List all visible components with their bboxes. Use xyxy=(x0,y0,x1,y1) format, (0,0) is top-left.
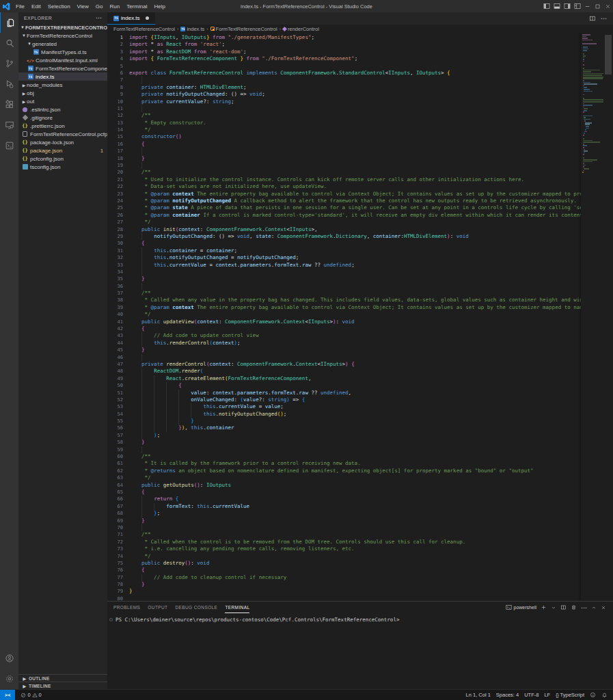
code-line[interactable]: 1import {IInputs, IOutputs} from "./gene… xyxy=(107,34,581,41)
editor-scrollbar[interactable] xyxy=(603,33,613,601)
code-line[interactable]: 80 xyxy=(107,595,581,601)
code-line[interactable]: 46 xyxy=(107,354,581,361)
remote-explorer-icon[interactable] xyxy=(0,115,18,135)
maximize-icon[interactable] xyxy=(592,0,603,12)
code-line[interactable]: 60 /** xyxy=(107,453,581,460)
panel-tab-output[interactable]: OUTPUT xyxy=(148,602,167,613)
code-line[interactable]: 4import { FormTextReferenceComponent } f… xyxy=(107,55,581,62)
code-line[interactable]: 76 { xyxy=(107,567,581,574)
panel-tab-debug-console[interactable]: DEBUG CONSOLE xyxy=(175,602,217,613)
code-line[interactable]: 20 /** xyxy=(107,169,581,176)
code-line[interactable]: 62 * @returns an object based on nomencl… xyxy=(107,468,581,474)
minimize-icon[interactable] xyxy=(582,0,592,12)
code-line[interactable]: 44 this.renderControl(context); xyxy=(107,340,581,347)
code-line[interactable]: 16 { xyxy=(107,141,581,148)
code-line[interactable]: 61 * It is called by the framework prior… xyxy=(107,460,581,467)
file-manifesttypes.d.ts[interactable]: TSManifestTypes.d.ts xyxy=(18,48,107,56)
file-controlmanifest.input.xml[interactable]: </>ControlManifest.Input.xml xyxy=(18,56,107,64)
menu-go[interactable]: Go xyxy=(92,0,107,12)
code-line[interactable]: 56 }), this.container xyxy=(107,425,581,431)
panel-tab-problems[interactable]: PROBLEMS xyxy=(113,602,140,613)
notifications-bell-icon[interactable] xyxy=(599,692,610,698)
split-editor-icon[interactable] xyxy=(589,15,596,22)
section-timeline[interactable]: ▶TIMELINE xyxy=(18,682,107,689)
cursor-position[interactable]: Ln 1, Col 1 xyxy=(463,692,493,698)
code-line[interactable]: 5 xyxy=(107,63,581,70)
code-line[interactable]: 59 xyxy=(107,446,581,453)
file-.gitignore[interactable]: .gitignore xyxy=(18,113,107,122)
folder-generated[interactable]: ▼generated xyxy=(18,40,107,48)
code-line[interactable]: 50 { xyxy=(107,382,581,389)
code-line[interactable]: 49 React.createElement(FormTextReference… xyxy=(107,375,581,382)
explorer-more-actions-icon[interactable]: ⋯ xyxy=(96,14,102,21)
feedback-smiley-icon[interactable] xyxy=(587,692,599,698)
code-line[interactable]: 72 * Called when the control is to be re… xyxy=(107,539,581,546)
close-icon[interactable] xyxy=(603,0,613,12)
code-line[interactable]: 53 this.currentValue = value; xyxy=(107,403,581,410)
file-tsconfig.json[interactable]: tsconfig.json xyxy=(18,163,107,171)
search-icon[interactable] xyxy=(0,33,18,53)
code-line[interactable]: 34 xyxy=(107,269,581,275)
file-package.json[interactable]: {}package.json1 xyxy=(18,146,107,154)
code-line[interactable]: 10 private currentValue?: string; xyxy=(107,98,581,105)
file-package-lock.json[interactable]: {}package-lock.json xyxy=(18,138,107,146)
code-line[interactable]: 24 * @param notifyOutputChanged A callba… xyxy=(107,198,581,204)
code-line[interactable]: 41 public updateView(context: ComponentF… xyxy=(107,319,581,325)
code-line[interactable]: 64 public getOutputs(): IOutputs xyxy=(107,482,581,489)
code-line[interactable]: 22 * Data-set values are not initialized… xyxy=(107,183,581,190)
file-index.ts[interactable]: TSindex.ts xyxy=(18,72,107,81)
code-line[interactable]: 63 */ xyxy=(107,474,581,481)
language-mode[interactable]: {}TypeScript xyxy=(553,692,587,698)
code-line[interactable]: 37 /** xyxy=(107,290,581,297)
customize-layout-icon[interactable] xyxy=(572,0,582,12)
code-line[interactable]: 45 } xyxy=(107,347,581,353)
code-line[interactable]: 23 * @param context The entire property … xyxy=(107,191,581,198)
folder-obj[interactable]: ▶obj xyxy=(18,89,107,97)
file-formtextreferencecomponent.tsx[interactable]: TSFormTextReferenceComponent.tsx xyxy=(18,64,107,72)
code-line[interactable]: 51 value: context.parameters.formText.ra… xyxy=(107,390,581,396)
code-line[interactable]: 11 xyxy=(107,105,581,112)
kill-terminal-icon[interactable] xyxy=(571,604,577,610)
code-line[interactable]: 27 */ xyxy=(107,219,581,226)
code-line[interactable]: 30 { xyxy=(107,240,581,247)
code-line[interactable]: 39 * @param context The entire property … xyxy=(107,304,581,311)
explorer-icon[interactable] xyxy=(0,12,18,33)
code-line[interactable]: 25 * @param state A piece of data that p… xyxy=(107,204,581,211)
new-terminal-icon[interactable] xyxy=(541,604,547,610)
split-terminal-icon[interactable] xyxy=(560,604,567,610)
section-outline[interactable]: ▶OUTLINE xyxy=(18,674,107,682)
code-line[interactable]: 40 */ xyxy=(107,311,581,318)
breadcrumb-item[interactable]: renderControl xyxy=(283,26,319,32)
code-line[interactable]: 26 * @param container If a control is ma… xyxy=(107,212,581,219)
folder-node-modules[interactable]: ▶node_modules xyxy=(18,81,107,89)
menu-selection[interactable]: Selection xyxy=(44,0,74,12)
code-line[interactable]: 14 */ xyxy=(107,126,581,133)
code-line[interactable]: 2import * as React from 'react'; xyxy=(107,41,581,48)
code-line[interactable]: 73 * i.e. cancelling any pending remote … xyxy=(107,546,581,552)
terminal-dropdown-chevron-icon[interactable] xyxy=(551,605,556,610)
code-line[interactable]: 74 */ xyxy=(107,553,581,560)
menu-run[interactable]: Run xyxy=(106,0,123,12)
code-line[interactable]: 15 constructor() xyxy=(107,133,581,140)
breadcrumb-item[interactable]: FormTextReferenceControl xyxy=(113,26,175,32)
run-and-debug-icon[interactable] xyxy=(0,74,18,94)
code-line[interactable]: 54 this.notifyOutputChanged(); xyxy=(107,411,581,418)
menu-view[interactable]: View xyxy=(74,0,92,12)
code-line[interactable]: 65 { xyxy=(107,489,581,496)
code-line[interactable]: 70 xyxy=(107,524,581,531)
breadcrumb-item[interactable]: TSindex.ts xyxy=(180,26,204,32)
code-line[interactable]: 48 ReactDOM.render( xyxy=(107,368,581,375)
code-line[interactable]: 71 /** xyxy=(107,531,581,538)
menu-edit[interactable]: Edit xyxy=(28,0,44,12)
toggle-panel-icon[interactable] xyxy=(551,0,562,12)
code-line[interactable]: 19 xyxy=(107,162,581,169)
file-formtextreferencecontrol.pcfproj[interactable]: FormTextReferenceControl.pcfproj xyxy=(18,130,107,138)
problems-status[interactable]: 0 0 xyxy=(18,690,44,700)
terminal-content[interactable]: PS C:\Users\dminer\source\repos\products… xyxy=(107,613,613,689)
menu-help[interactable]: Help xyxy=(150,0,168,12)
code-line[interactable]: 52 onValueChanged: (value?: string) => { xyxy=(107,396,581,403)
code-line[interactable]: 47 private renderControl(context: Compon… xyxy=(107,361,581,368)
code-line[interactable]: 43 // Add code to update control view xyxy=(107,332,581,339)
panel-tab-terminal[interactable]: TERMINAL xyxy=(225,602,249,613)
code-line[interactable]: 36 xyxy=(107,283,581,290)
